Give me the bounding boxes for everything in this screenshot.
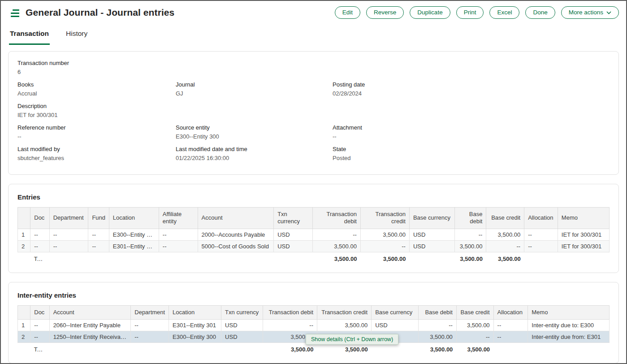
table-cell bbox=[493, 342, 528, 355]
table-cell: -- bbox=[454, 229, 486, 240]
transaction-details: Transaction number6BooksAccrualJournalGJ… bbox=[17, 59, 610, 162]
table-cell bbox=[221, 342, 263, 355]
header-actions: EditReverseDuplicatePrintExcelDoneMore a… bbox=[335, 6, 619, 19]
inter-entity-table: DocAccountDepartmentLocationTxn currency… bbox=[17, 305, 610, 355]
total-base_credit: 3,500.00 bbox=[486, 252, 524, 264]
field-label: Reference number bbox=[17, 124, 171, 131]
field-journal: JournalGJ bbox=[176, 80, 333, 98]
field-label: Source entity bbox=[176, 124, 328, 131]
table-cell: 3,500.00 bbox=[486, 229, 524, 240]
table-total-row: Total3,500.003,500.003,500.003,500.00 bbox=[18, 252, 610, 264]
field-value: GJ bbox=[176, 90, 328, 97]
reverse-button[interactable]: Reverse bbox=[366, 6, 404, 19]
transaction-details-card: Transaction number6BooksAccrualJournalGJ… bbox=[8, 51, 619, 175]
edit-button[interactable]: Edit bbox=[335, 6, 360, 19]
table-cell: 3,500.00 bbox=[360, 229, 409, 240]
field-label: Posting date bbox=[333, 81, 605, 88]
table-cell: USD bbox=[274, 240, 313, 252]
table-cell: -- bbox=[49, 240, 88, 252]
column-header-department: Department bbox=[49, 208, 88, 229]
button-label: Duplicate bbox=[417, 9, 442, 16]
row-number: 1 bbox=[18, 319, 30, 331]
table-cell: -- bbox=[49, 229, 88, 240]
table-cell: 3,500.00 bbox=[317, 319, 372, 331]
tab-history[interactable]: History bbox=[65, 30, 88, 45]
table-cell: E301--Entity 301 bbox=[109, 240, 159, 252]
table-cell bbox=[528, 342, 610, 355]
field-reference-number: Reference number-- bbox=[17, 123, 176, 141]
field-description: DescriptionIET for 300/301 bbox=[17, 102, 176, 119]
table-row[interactable]: 1--2060--Inter Entity Payable--E301--Ent… bbox=[18, 319, 610, 331]
column-header-transaction-credit: Transaction credit bbox=[317, 305, 372, 319]
detail-row: BooksAccrualJournalGJPosting date02/28/2… bbox=[17, 80, 610, 98]
table-cell: USD bbox=[221, 331, 263, 342]
detail-row: Transaction number6 bbox=[17, 59, 610, 76]
table-cell: -- bbox=[360, 240, 409, 252]
table-cell: -- bbox=[88, 229, 109, 240]
button-label: Reverse bbox=[374, 9, 396, 16]
field-attachment: Attachment-- bbox=[333, 123, 610, 141]
table-cell: 3,500.00 bbox=[456, 319, 493, 331]
table-header-row: DocAccountDepartmentLocationTxn currency… bbox=[18, 305, 610, 319]
field-value: Posted bbox=[333, 155, 605, 161]
table-cell bbox=[131, 342, 169, 355]
table-row[interactable]: 1------E300--Entity 300--2000--Accounts … bbox=[18, 229, 610, 240]
field-label: Last modified date and time bbox=[176, 146, 328, 152]
excel-button[interactable]: Excel bbox=[489, 6, 519, 19]
duplicate-button[interactable]: Duplicate bbox=[410, 6, 450, 19]
table-cell bbox=[18, 252, 30, 264]
table-cell: -- bbox=[456, 331, 493, 342]
more-actions-button[interactable]: More actions bbox=[561, 6, 619, 19]
table-cell: USD bbox=[409, 229, 454, 240]
total-base_debit: 3,500.00 bbox=[419, 342, 457, 355]
table-cell bbox=[524, 252, 558, 264]
done-button[interactable]: Done bbox=[525, 6, 555, 19]
field-posting-date: Posting date02/28/2024 bbox=[333, 80, 610, 98]
table-cell bbox=[18, 342, 30, 355]
table-cell: -- bbox=[312, 229, 360, 240]
table-cell bbox=[274, 252, 313, 264]
menu-icon[interactable] bbox=[11, 9, 19, 17]
table-cell: 2060--Inter Entity Payable bbox=[49, 319, 131, 331]
field-label: Journal bbox=[176, 81, 328, 88]
table-cell: -- bbox=[30, 331, 49, 342]
table-cell: -- bbox=[493, 331, 528, 342]
column-header-account: Account bbox=[198, 208, 274, 229]
column-header-transaction-debit: Transaction debit bbox=[312, 208, 360, 229]
table-cell: -- bbox=[486, 240, 524, 252]
row-number: 2 bbox=[18, 240, 30, 252]
entries-title: Entries bbox=[17, 193, 610, 201]
column-header-allocation: Allocation bbox=[493, 305, 528, 319]
column-header-doc: Doc bbox=[30, 208, 49, 229]
table-cell: IET for 300/301 bbox=[558, 240, 609, 252]
content: Transaction number6BooksAccrualJournalGJ… bbox=[1, 45, 626, 364]
field-value: IET for 300/301 bbox=[17, 112, 171, 118]
table-cell: E301--Entity 301 bbox=[169, 319, 221, 331]
print-button[interactable]: Print bbox=[456, 6, 484, 19]
table-cell: E300--Entity 300 bbox=[169, 331, 221, 342]
total-transaction_debit: 3,500.00 bbox=[312, 252, 360, 264]
column-header-doc: Doc bbox=[30, 305, 49, 319]
row-number: 2 bbox=[18, 331, 30, 342]
table-cell: -- bbox=[419, 319, 457, 331]
table-header-row: DocDepartmentFundLocationAffiliate entit… bbox=[18, 208, 610, 229]
table-cell: -- bbox=[131, 319, 169, 331]
field-value: -- bbox=[17, 133, 171, 140]
column-header-txn-currency: Txn currency bbox=[274, 208, 313, 229]
field-source-entity: Source entityE300--Entity 300 bbox=[176, 123, 333, 141]
button-label: Print bbox=[464, 9, 476, 16]
table-cell bbox=[49, 342, 131, 355]
table-cell: -- bbox=[30, 319, 49, 331]
table-cell: 3,500.00 bbox=[312, 240, 360, 252]
column-header-base-credit: Base credit bbox=[486, 208, 524, 229]
table-cell: USD bbox=[409, 240, 454, 252]
table-cell: USD bbox=[221, 319, 263, 331]
table-cell bbox=[409, 252, 454, 264]
chevron-down-icon bbox=[606, 11, 611, 14]
field-books: BooksAccrual bbox=[17, 80, 176, 98]
button-label: Done bbox=[533, 9, 547, 16]
table-cell: 5000--Cost of Goods Sold bbox=[198, 240, 274, 252]
table-row[interactable]: 2------E301--Entity 301--5000--Cost of G… bbox=[18, 240, 610, 252]
tab-transaction[interactable]: Transaction bbox=[9, 30, 50, 45]
field-label: State bbox=[333, 146, 605, 152]
